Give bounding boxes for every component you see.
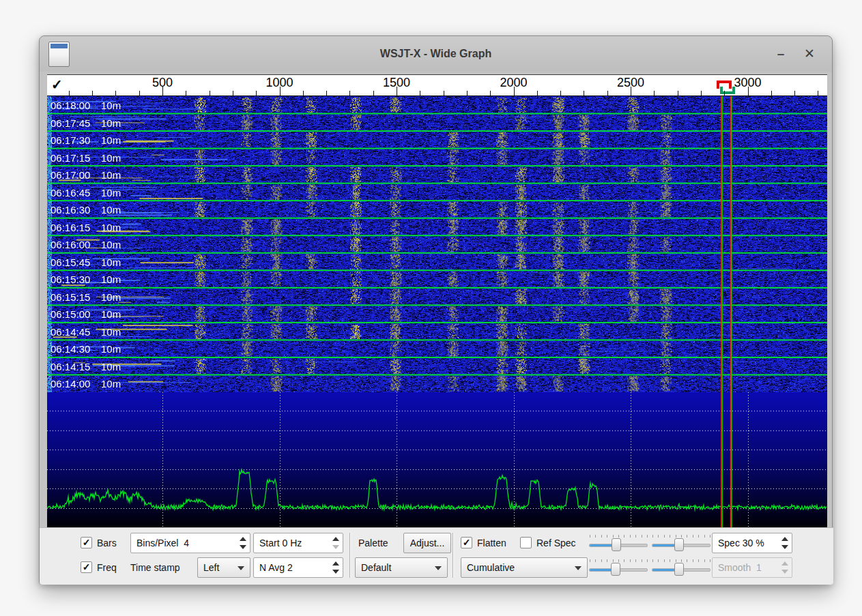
- scale-tick: [654, 91, 655, 96]
- waterfall-display[interactable]: [47, 96, 827, 392]
- bins-per-pixel-spinbox[interactable]: Bins/Pixel 4: [130, 533, 250, 553]
- slider-tick: [704, 559, 705, 562]
- freq-checkbox[interactable]: ✓: [81, 561, 92, 573]
- minimize-button[interactable]: –: [769, 36, 792, 72]
- slider-tick: [630, 559, 631, 562]
- slider-tick: [670, 535, 670, 538]
- scale-tick: [678, 91, 678, 96]
- slider-tick: [590, 559, 590, 562]
- flatten-label: Flatten: [477, 533, 506, 553]
- timestamp-selected: Left: [203, 558, 219, 577]
- spin-down-icon[interactable]: [332, 570, 339, 574]
- scale-label: 1500: [383, 76, 410, 90]
- slider-tick: [698, 535, 699, 538]
- rx-frequency-marker[interactable]: [720, 87, 735, 94]
- scale-tick: [115, 91, 116, 96]
- timestamp-combo[interactable]: Left: [197, 557, 250, 578]
- scale-tick: [444, 91, 444, 96]
- bars-label: Bars: [97, 533, 117, 553]
- start-hz-spin-buttons[interactable]: [330, 533, 343, 553]
- slider-handle[interactable]: [674, 538, 684, 551]
- slider-tick: [601, 535, 602, 538]
- slider-tick: [607, 535, 607, 538]
- smooth-value: Smooth 1: [718, 558, 762, 577]
- bins-per-pixel-value: Bins/Pixel 4: [137, 533, 189, 553]
- slider-tick: [676, 559, 676, 562]
- chevron-down-icon: [575, 566, 581, 570]
- spec-percent-value: Spec 30 %: [718, 533, 764, 553]
- window-title: WSJT-X - Wide Graph: [40, 36, 832, 72]
- scale-tick: [69, 91, 70, 96]
- slider-tick: [676, 535, 676, 538]
- palette-combo[interactable]: Default: [355, 557, 448, 578]
- slider-tick: [664, 559, 665, 562]
- bars-checkbox[interactable]: ✓: [81, 537, 92, 548]
- spin-up-icon: [781, 561, 788, 566]
- slider-tick: [647, 559, 648, 562]
- wide-graph-window: WSJT-X - Wide Graph – ✕ ✓ 50010001500200…: [39, 35, 833, 585]
- spin-down-icon: [781, 570, 788, 574]
- slider-handle[interactable]: [674, 563, 684, 576]
- slider-tick: [601, 559, 602, 562]
- slider-tick: [635, 535, 636, 538]
- palette-label: Palette: [358, 533, 388, 553]
- frequency-scale[interactable]: ✓ 50010001500200025003000: [47, 74, 827, 96]
- spectrum-display[interactable]: [47, 392, 827, 527]
- spec-percent-spinbox[interactable]: Spec 30 %: [712, 533, 792, 553]
- slider-tick: [635, 559, 636, 562]
- slider-handle[interactable]: [611, 563, 620, 576]
- scale-tick: [303, 91, 304, 96]
- bins-per-pixel-spin-buttons[interactable]: [237, 533, 250, 553]
- slider-tick: [642, 559, 642, 562]
- scale-tick: [794, 91, 795, 96]
- smooth-spinbox: Smooth 1: [712, 557, 792, 578]
- n-avg-spinbox[interactable]: N Avg 2: [253, 557, 343, 578]
- close-button[interactable]: ✕: [798, 36, 821, 72]
- waterfall-gain-slider[interactable]: [589, 534, 648, 553]
- spin-down-icon[interactable]: [781, 545, 788, 549]
- scale-tick: [186, 91, 186, 96]
- slider-tick: [681, 559, 682, 562]
- n-avg-spin-buttons[interactable]: [330, 558, 343, 577]
- spin-up-icon[interactable]: [332, 537, 339, 541]
- spin-up-icon[interactable]: [781, 537, 788, 541]
- smooth-spin-buttons: [779, 558, 792, 577]
- scale-tick: [584, 91, 584, 96]
- start-hz-spinbox[interactable]: Start 0 Hz: [253, 533, 343, 553]
- flatten-checkbox[interactable]: ✓: [461, 537, 472, 548]
- spin-up-icon[interactable]: [332, 561, 339, 566]
- spec-spin-buttons[interactable]: [779, 533, 792, 553]
- scale-tick: [701, 91, 702, 96]
- scale-tick: [607, 91, 608, 96]
- timestamp-label: Time stamp: [130, 557, 180, 578]
- ref-spec-label: Ref Spec: [536, 533, 576, 553]
- slider-tick: [664, 535, 665, 538]
- slider-tick: [618, 535, 619, 538]
- scale-label: 3000: [734, 76, 761, 90]
- scale-tick: [139, 91, 140, 96]
- start-hz-value: Start 0 Hz: [259, 533, 302, 553]
- slider-tick: [607, 559, 607, 562]
- n-avg-value: N Avg 2: [259, 558, 293, 577]
- spectrum-mode-combo[interactable]: Cumulative: [461, 557, 588, 578]
- spin-up-icon[interactable]: [240, 537, 246, 541]
- ref-spec-checkbox[interactable]: [520, 537, 532, 548]
- spectrum-zero-slider[interactable]: [652, 559, 710, 578]
- palette-selected: Default: [361, 558, 391, 577]
- waterfall-zero-slider[interactable]: [652, 534, 710, 553]
- chevron-down-icon: [435, 566, 442, 570]
- spin-down-icon[interactable]: [332, 545, 339, 549]
- slider-tick: [687, 535, 687, 538]
- scale-tick: [256, 91, 257, 96]
- slider-tick: [642, 535, 642, 538]
- spin-down-icon[interactable]: [240, 545, 246, 549]
- titlebar[interactable]: WSJT-X - Wide Graph – ✕: [40, 36, 832, 72]
- freq-label: Freq: [97, 557, 117, 578]
- slider-handle[interactable]: [612, 538, 621, 551]
- slider-tick: [652, 559, 653, 562]
- palette-adjust-button[interactable]: Adjust...: [403, 533, 451, 553]
- slider-tick: [630, 535, 631, 538]
- spectrum-gain-slider[interactable]: [589, 559, 648, 578]
- slider-tick: [658, 559, 659, 562]
- scale-tick: [326, 91, 327, 96]
